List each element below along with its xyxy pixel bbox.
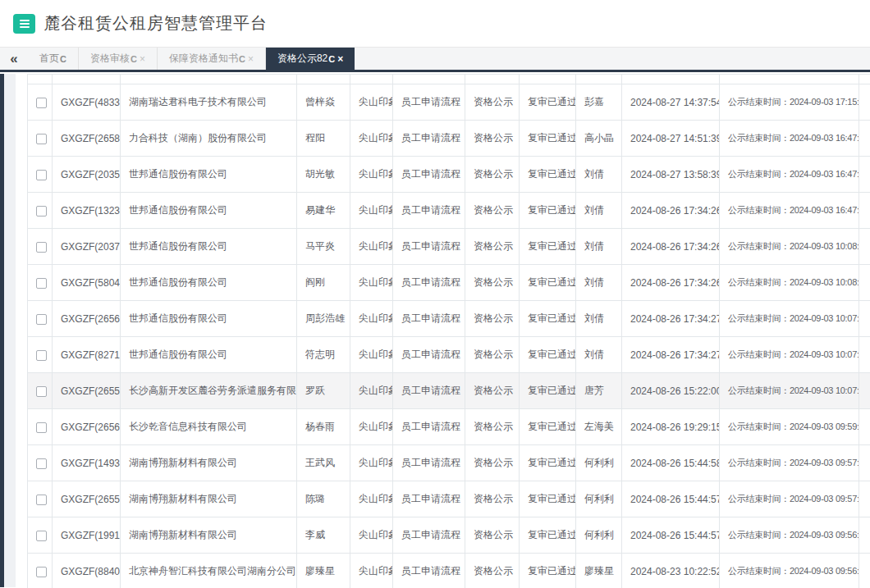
cell-project-name: 尖山印象 [350, 121, 393, 157]
refresh-icon[interactable]: C [328, 54, 335, 64]
cell-process-type: 员工申请流程 [393, 265, 465, 301]
cell-project-name: 尖山印象 [350, 373, 393, 409]
tab-guarantee-notice[interactable]: 保障资格通知书 C × [158, 48, 266, 70]
close-icon[interactable]: × [248, 53, 254, 65]
cell-process-type: 员工申请流程 [393, 337, 465, 373]
main-content: GXGZF(4833) 湖南瑞达君科电子技术有限公司 曾梓焱 尖山印象 员工申请… [0, 74, 870, 587]
row-checkbox[interactable] [36, 350, 47, 361]
row-checkbox[interactable] [36, 314, 47, 325]
refresh-icon[interactable]: C [239, 54, 245, 64]
cell-reviewer-name: 刘倩 [576, 193, 622, 229]
cell-apply-time: 2024-08-26 15:44:57 [622, 481, 720, 517]
row-checkbox[interactable] [36, 98, 47, 108]
cell-project-name: 尖山印象 [350, 445, 393, 481]
table-row[interactable]: GXGZF(26563) 世邦通信股份有限公司 周彭浩雄 尖山印象 员工申请流程… [28, 301, 870, 337]
cell-project-name: 尖山印象 [350, 301, 393, 337]
cell-company-name: 世邦通信股份有限公司 [121, 265, 297, 301]
cell-company-name: 世邦通信股份有限公司 [121, 157, 297, 193]
cell-apply-time: 2024-08-26 15:44:57 [622, 517, 720, 554]
close-icon[interactable]: × [337, 53, 343, 65]
cell-publicity-end-time: 公示结束时间：2024-09-03 17:15:35 [720, 84, 859, 121]
row-checkbox[interactable] [36, 422, 47, 433]
table-row[interactable]: GXGZF(26569) 长沙乾音信息科技有限公司 杨春雨 尖山印象 员工申请流… [28, 409, 870, 445]
row-checkbox[interactable] [36, 134, 47, 144]
cell-project-name: 尖山印象 [350, 554, 393, 588]
tab-bar: « 首页 C 资格审核 C × 保障资格通知书 C × 资格公示82 C × [0, 47, 870, 72]
row-checkbox[interactable] [36, 242, 47, 253]
cell-project-name: 尖山印象 [350, 517, 393, 554]
cell-apply-time: 2024-08-27 14:51:39 [622, 121, 720, 157]
row-checkbox[interactable] [36, 567, 47, 577]
cell-applicant-name: 陈璐 [297, 481, 350, 517]
cell-review-result: 复审已通过 [520, 554, 576, 588]
table-row[interactable]: GXGZF(26551) 长沙高新开发区麓谷劳务派遣服务有限公司 罗跃 尖山印象… [28, 373, 870, 409]
cell-status: 资格公示 [465, 157, 520, 193]
row-checkbox[interactable] [36, 278, 47, 289]
tab-home[interactable]: 首页 C [28, 48, 79, 70]
hamburger-menu-button[interactable] [13, 14, 35, 34]
cell-applicant-name: 曾梓焱 [297, 84, 350, 121]
cell-review-result: 复审已通过 [520, 301, 576, 337]
cell-company-name: 世邦通信股份有限公司 [121, 337, 297, 373]
close-icon[interactable]: × [140, 53, 145, 65]
cell-reviewer-name: 何利利 [576, 481, 622, 517]
cell-status: 资格公示 [465, 554, 520, 588]
cell-apply-time: 2024-08-26 17:34:26 [622, 193, 720, 229]
cell-company-name: 世邦通信股份有限公司 [121, 229, 297, 265]
cell-project-name: 尖山印象 [350, 409, 393, 445]
page-title: 麓谷租赁公租房智慧管理平台 [44, 12, 268, 34]
cell-publicity-end-time: 公示结束时间：2024-09-03 09:57:13 [720, 481, 859, 517]
row-checkbox[interactable] [36, 206, 47, 217]
cell-record-id: GXGZF(26551) [53, 373, 121, 409]
cell-publicity-end-time: 公示结束时间：2024-09-03 16:47:59 [720, 121, 859, 157]
table-row[interactable]: GXGZF(8271) 世邦通信股份有限公司 符志明 尖山印象 员工申请流程 资… [28, 337, 870, 373]
cell-reviewer-name: 左海美 [576, 409, 622, 445]
table-row[interactable]: GXGZF(13230) 世邦通信股份有限公司 易建华 尖山印象 员工申请流程 … [28, 193, 870, 229]
cell-reviewer-name: 刘倩 [576, 229, 622, 265]
row-checkbox[interactable] [36, 531, 47, 541]
tab-label: 保障资格通知书 [169, 52, 238, 66]
table-row[interactable]: GXGZF(8840) 北京神舟智汇科技有限公司湖南分公司 廖臻星 尖山印象 员… [28, 554, 870, 588]
tab-label: 资格公示82 [277, 52, 327, 66]
cell-apply-time: 2024-08-26 17:34:27 [622, 337, 720, 373]
table-row[interactable]: GXGZF(20377) 世邦通信股份有限公司 马平炎 尖山印象 员工申请流程 … [28, 229, 870, 265]
cell-record-id: GXGZF(26569) [53, 409, 121, 445]
table-row[interactable]: GXGZF(19912) 湖南博翔新材料有限公司 李威 尖山印象 员工申请流程 … [28, 517, 870, 554]
cell-record-id: GXGZF(14934) [53, 445, 121, 481]
table-row[interactable]: GXGZF(20352) 世邦通信股份有限公司 胡光敏 尖山印象 员工申请流程 … [28, 157, 870, 193]
cell-applicant-name: 马平炎 [297, 229, 350, 265]
row-checkbox[interactable] [36, 495, 47, 505]
refresh-icon[interactable]: C [130, 54, 137, 64]
row-checkbox[interactable] [36, 170, 47, 180]
cell-record-id: GXGZF(4833) [53, 84, 121, 121]
cell-applicant-name: 程阳 [297, 121, 350, 157]
cell-publicity-end-time: 公示结束时间：2024-09-03 09:56:57 [720, 517, 859, 554]
table-row[interactable]: GXGZF(14934) 湖南博翔新材料有限公司 王武风 尖山印象 员工申请流程… [28, 445, 870, 481]
table-row[interactable]: GXGZF(5804) 世邦通信股份有限公司 阎刚 尖山印象 员工申请流程 资格… [28, 265, 870, 301]
table-row[interactable]: GXGZF(4833) 湖南瑞达君科电子技术有限公司 曾梓焱 尖山印象 员工申请… [28, 84, 870, 121]
row-checkbox[interactable] [36, 386, 47, 397]
refresh-icon[interactable]: C [60, 54, 66, 64]
cell-overflow-sliver [859, 481, 870, 517]
cell-record-id: GXGZF(26555) [53, 481, 121, 517]
tab-qualification-review[interactable]: 资格审核 C × [79, 48, 158, 70]
cell-publicity-end-time: 公示结束时间：2024-09-03 10:08:16 [720, 229, 859, 265]
collapse-tabs-icon[interactable]: « [0, 48, 28, 70]
cell-project-name: 尖山印象 [350, 157, 393, 193]
cell-reviewer-name: 唐芳 [576, 373, 622, 409]
cell-applicant-name: 杨春雨 [297, 409, 350, 445]
cell-apply-time: 2024-08-26 17:34:26 [622, 265, 720, 301]
cell-publicity-end-time: 公示结束时间：2024-09-03 10:08:03 [720, 265, 859, 301]
cell-company-name: 湖南博翔新材料有限公司 [121, 445, 297, 481]
table-row[interactable]: GXGZF(26580) 力合科技（湖南）股份有限公司 程阳 尖山印象 员工申请… [28, 121, 870, 157]
cell-record-id: GXGZF(20377) [53, 229, 121, 265]
table-row[interactable]: GXGZF(26555) 湖南博翔新材料有限公司 陈璐 尖山印象 员工申请流程 … [28, 481, 870, 517]
cell-status: 资格公示 [465, 373, 520, 409]
cell-applicant-name: 王武风 [297, 445, 350, 481]
cell-overflow-sliver [859, 193, 870, 229]
cell-record-id: GXGZF(19912) [53, 517, 121, 554]
tab-qualification-publicity-active[interactable]: 资格公示82 C × [266, 48, 355, 70]
row-checkbox[interactable] [36, 458, 47, 469]
cell-process-type: 员工申请流程 [393, 121, 465, 157]
cell-record-id: GXGZF(8840) [53, 554, 121, 588]
